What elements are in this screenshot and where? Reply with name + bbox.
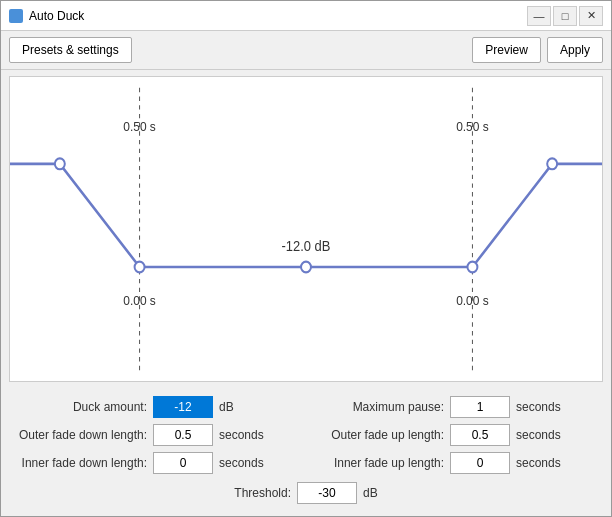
toolbar-right: Preview Apply [472,37,603,63]
inner-fade-down-input[interactable] [153,452,213,474]
svg-text:0.00 s: 0.00 s [456,294,489,309]
preview-button[interactable]: Preview [472,37,541,63]
inner-fade-up-row: Inner fade up length: seconds [314,452,595,474]
duck-amount-row: Duck amount: dB [17,396,298,418]
minimize-button[interactable]: — [527,6,551,26]
threshold-input[interactable] [297,482,357,504]
svg-text:-12.0 dB: -12.0 dB [282,238,331,254]
envelope-canvas: 0.50 s 0.50 s 0.00 s 0.00 s -12.0 dB [9,76,603,382]
outer-fade-down-label: Outer fade down length: [17,428,147,442]
svg-point-4 [135,262,145,273]
inner-fade-down-label: Inner fade down length: [17,456,147,470]
svg-point-5 [301,262,311,273]
threshold-row: Threshold: dB [17,482,595,504]
outer-fade-up-label: Outer fade up length: [314,428,444,442]
duck-amount-input[interactable] [153,396,213,418]
outer-fade-up-input[interactable] [450,424,510,446]
svg-point-7 [547,158,557,169]
duck-envelope-svg: 0.50 s 0.50 s 0.00 s 0.00 s -12.0 dB [10,77,602,381]
title-bar-left: Auto Duck [9,9,84,23]
inner-fade-up-input[interactable] [450,452,510,474]
threshold-unit: dB [363,486,378,500]
svg-text:0.00 s: 0.00 s [123,294,156,309]
inner-fade-down-unit: seconds [219,456,264,470]
apply-button[interactable]: Apply [547,37,603,63]
maximum-pause-label: Maximum pause: [314,400,444,414]
toolbar: Presets & settings Preview Apply [1,31,611,70]
presets-settings-button[interactable]: Presets & settings [9,37,132,63]
outer-fade-down-row: Outer fade down length: seconds [17,424,298,446]
inner-fade-up-label: Inner fade up length: [314,456,444,470]
outer-fade-down-input[interactable] [153,424,213,446]
svg-text:0.50 s: 0.50 s [123,120,156,135]
svg-text:0.50 s: 0.50 s [456,120,489,135]
maximum-pause-row: Maximum pause: seconds [314,396,595,418]
close-button[interactable]: ✕ [579,6,603,26]
form-area: Duck amount: dB Maximum pause: seconds O… [1,388,611,516]
inner-fade-up-unit: seconds [516,456,561,470]
maximum-pause-unit: seconds [516,400,561,414]
svg-point-3 [55,158,65,169]
svg-rect-0 [10,77,602,381]
main-window: Auto Duck — □ ✕ Presets & settings Previ… [0,0,612,517]
app-icon [9,9,23,23]
outer-fade-up-row: Outer fade up length: seconds [314,424,595,446]
duck-amount-unit: dB [219,400,234,414]
title-bar-buttons: — □ ✕ [527,6,603,26]
toolbar-left: Presets & settings [9,37,132,63]
inner-fade-down-row: Inner fade down length: seconds [17,452,298,474]
maximum-pause-input[interactable] [450,396,510,418]
duck-amount-label: Duck amount: [17,400,147,414]
threshold-label: Threshold: [234,486,291,500]
outer-fade-down-unit: seconds [219,428,264,442]
title-bar: Auto Duck — □ ✕ [1,1,611,31]
window-title: Auto Duck [29,9,84,23]
outer-fade-up-unit: seconds [516,428,561,442]
maximize-button[interactable]: □ [553,6,577,26]
svg-point-6 [467,262,477,273]
